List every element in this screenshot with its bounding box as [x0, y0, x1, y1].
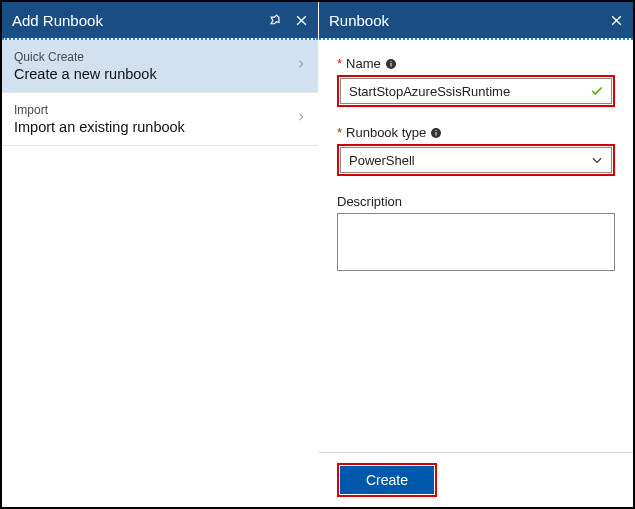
type-select[interactable]: PowerShell	[340, 147, 612, 173]
pin-icon[interactable]	[267, 13, 281, 27]
list-item-sublabel: Import an existing runbook	[14, 119, 296, 135]
chevron-right-icon	[296, 57, 306, 75]
description-textarea[interactable]	[337, 213, 615, 271]
description-field: Description	[337, 194, 615, 274]
footer: Create	[319, 452, 633, 507]
list-item-sublabel: Create a new runbook	[14, 66, 296, 82]
blade-header: Runbook	[319, 2, 633, 38]
info-icon[interactable]	[385, 58, 397, 70]
name-field: * Name	[337, 56, 615, 107]
description-label: Description	[337, 194, 402, 209]
name-label: Name	[346, 56, 381, 71]
runbook-blade: Runbook * Name	[319, 2, 633, 507]
quick-create-item[interactable]: Quick Create Create a new runbook	[2, 40, 318, 93]
svg-rect-4	[436, 132, 437, 136]
close-icon[interactable]	[610, 14, 623, 27]
list-item-label: Quick Create	[14, 50, 296, 64]
blade-header: Add Runbook	[2, 2, 318, 38]
add-runbook-blade: Add Runbook Quick Create Create a	[2, 2, 319, 507]
blade-body: Quick Create Create a new runbook Import…	[2, 38, 318, 507]
required-marker: *	[337, 56, 342, 71]
type-label: Runbook type	[346, 125, 426, 140]
info-icon[interactable]	[430, 127, 442, 139]
name-input[interactable]	[340, 78, 612, 104]
create-button[interactable]: Create	[340, 466, 434, 494]
blade-title: Add Runbook	[12, 12, 267, 29]
blade-title: Runbook	[329, 12, 610, 29]
svg-rect-1	[390, 63, 391, 67]
required-marker: *	[337, 125, 342, 140]
chevron-right-icon	[296, 110, 306, 128]
chevron-down-icon	[590, 153, 604, 167]
list-item-label: Import	[14, 103, 296, 117]
type-field: * Runbook type PowerShell	[337, 125, 615, 176]
blade-body: * Name	[319, 38, 633, 507]
import-item[interactable]: Import Import an existing runbook	[2, 93, 318, 146]
close-icon[interactable]	[295, 14, 308, 27]
check-icon	[590, 84, 604, 98]
svg-rect-5	[436, 130, 437, 131]
svg-rect-2	[390, 61, 391, 62]
